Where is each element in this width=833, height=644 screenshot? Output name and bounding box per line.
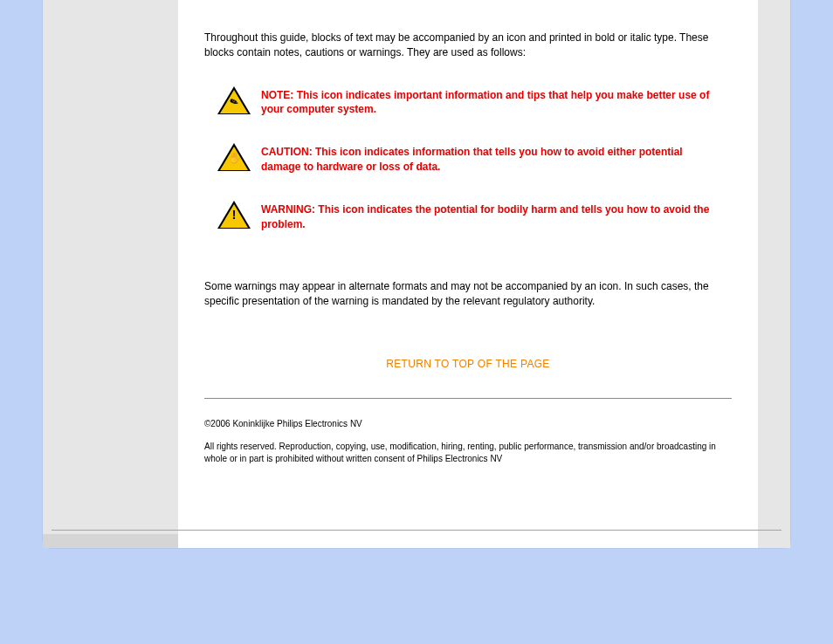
- right-margin: [758, 0, 790, 548]
- return-to-top-link[interactable]: RETURN TO TOP OF THE PAGE: [386, 358, 549, 370]
- note-text: NOTE: This icon indicates important info…: [261, 86, 732, 118]
- caution-block: ✋ CAUTION: This icon indicates informati…: [204, 143, 732, 175]
- outro-paragraph: Some warnings may appear in alternate fo…: [204, 279, 732, 309]
- warning-block: ! WARNING: This icon indicates the poten…: [204, 201, 732, 232]
- return-link-wrap: RETURN TO TOP OF THE PAGE: [204, 357, 732, 372]
- left-sidebar-strip: [43, 534, 178, 548]
- caution-icon: ✋: [217, 143, 261, 173]
- caution-text: CAUTION: This icon indicates information…: [261, 143, 732, 175]
- section-divider: [204, 398, 732, 399]
- document-frame: Throughout this guide, blocks of text ma…: [43, 0, 790, 548]
- left-sidebar: [43, 0, 178, 548]
- note-block: ✎ NOTE: This icon indicates important in…: [204, 86, 732, 118]
- warning-icon: !: [217, 201, 261, 230]
- rights-text: All rights reserved. Reproduction, copyi…: [204, 441, 732, 465]
- note-icon: ✎: [217, 86, 261, 116]
- warning-text: WARNING: This icon indicates the potenti…: [261, 201, 732, 232]
- bottom-rule: [52, 530, 781, 531]
- document-content: Throughout this guide, blocks of text ma…: [178, 0, 758, 465]
- intro-paragraph: Throughout this guide, blocks of text ma…: [204, 31, 732, 60]
- copyright-text: ©2006 Koninklijke Philips Electronics NV: [204, 418, 732, 430]
